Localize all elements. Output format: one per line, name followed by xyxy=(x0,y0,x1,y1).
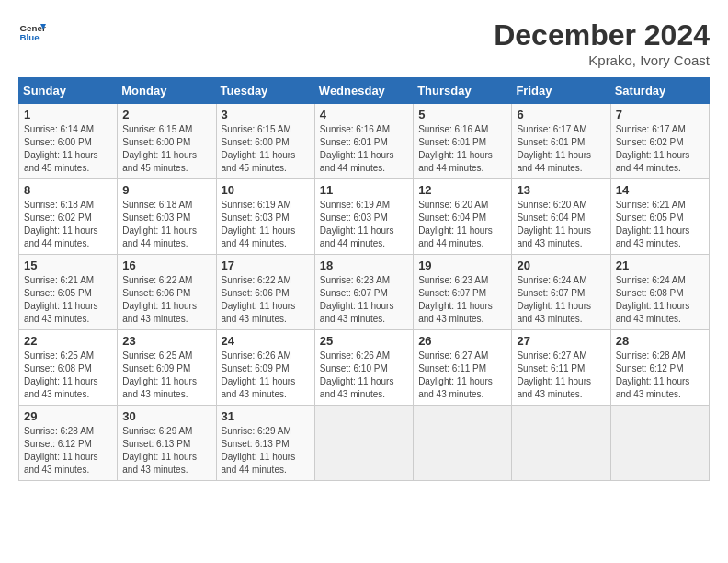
day-number: 13 xyxy=(517,183,605,197)
calendar-cell: 4Sunrise: 6:16 AMSunset: 6:01 PMDaylight… xyxy=(314,104,413,179)
calendar-cell: 26Sunrise: 6:27 AMSunset: 6:11 PMDayligh… xyxy=(414,330,512,406)
weekday-header: Thursday xyxy=(414,78,512,104)
day-info: Sunrise: 6:23 AMSunset: 6:07 PMDaylight:… xyxy=(320,274,408,326)
day-info: Sunrise: 6:20 AMSunset: 6:04 PMDaylight:… xyxy=(517,199,605,250)
day-number: 19 xyxy=(418,259,506,272)
calendar-cell: 15Sunrise: 6:21 AMSunset: 6:05 PMDayligh… xyxy=(19,255,118,330)
day-number: 16 xyxy=(122,259,210,272)
calendar-cell: 16Sunrise: 6:22 AMSunset: 6:06 PMDayligh… xyxy=(118,255,216,330)
day-info: Sunrise: 6:26 AMSunset: 6:09 PMDaylight:… xyxy=(222,350,310,401)
day-number: 5 xyxy=(418,108,506,121)
day-info: Sunrise: 6:24 AMSunset: 6:08 PMDaylight:… xyxy=(616,274,704,326)
calendar-cell: 18Sunrise: 6:23 AMSunset: 6:07 PMDayligh… xyxy=(314,255,413,330)
day-info: Sunrise: 6:17 AMSunset: 6:02 PMDaylight:… xyxy=(616,123,704,175)
calendar-cell: 1Sunrise: 6:14 AMSunset: 6:00 PMDaylight… xyxy=(19,104,118,179)
day-info: Sunrise: 6:18 AMSunset: 6:02 PMDaylight:… xyxy=(24,199,112,250)
calendar-week-row: 8Sunrise: 6:18 AMSunset: 6:02 PMDaylight… xyxy=(19,179,710,255)
calendar-table: SundayMondayTuesdayWednesdayThursdayFrid… xyxy=(18,77,710,481)
day-number: 20 xyxy=(517,259,605,272)
day-info: Sunrise: 6:26 AMSunset: 6:10 PMDaylight:… xyxy=(320,350,408,401)
day-number: 15 xyxy=(24,259,112,272)
calendar-cell: 2Sunrise: 6:15 AMSunset: 6:00 PMDaylight… xyxy=(118,104,216,179)
calendar-cell xyxy=(610,406,709,481)
day-info: Sunrise: 6:22 AMSunset: 6:06 PMDaylight:… xyxy=(122,274,210,326)
day-info: Sunrise: 6:17 AMSunset: 6:01 PMDaylight:… xyxy=(517,123,605,175)
day-number: 14 xyxy=(616,183,704,197)
calendar-cell xyxy=(512,406,610,481)
calendar-cell: 14Sunrise: 6:21 AMSunset: 6:05 PMDayligh… xyxy=(610,179,709,255)
calendar-cell: 21Sunrise: 6:24 AMSunset: 6:08 PMDayligh… xyxy=(610,255,709,330)
day-info: Sunrise: 6:25 AMSunset: 6:09 PMDaylight:… xyxy=(122,350,210,401)
month-title: December 2024 xyxy=(494,18,710,52)
day-info: Sunrise: 6:16 AMSunset: 6:01 PMDaylight:… xyxy=(418,123,506,175)
weekday-header: Wednesday xyxy=(314,78,413,104)
day-number: 12 xyxy=(418,183,506,197)
calendar-cell: 10Sunrise: 6:19 AMSunset: 6:03 PMDayligh… xyxy=(216,179,314,255)
calendar-cell: 27Sunrise: 6:27 AMSunset: 6:11 PMDayligh… xyxy=(512,330,610,406)
day-info: Sunrise: 6:28 AMSunset: 6:12 PMDaylight:… xyxy=(24,425,112,477)
weekday-header: Tuesday xyxy=(216,78,314,104)
calendar-cell: 22Sunrise: 6:25 AMSunset: 6:08 PMDayligh… xyxy=(19,330,118,406)
calendar-cell: 9Sunrise: 6:18 AMSunset: 6:03 PMDaylight… xyxy=(118,179,216,255)
day-info: Sunrise: 6:18 AMSunset: 6:03 PMDaylight:… xyxy=(122,199,210,250)
day-info: Sunrise: 6:22 AMSunset: 6:06 PMDaylight:… xyxy=(222,274,310,326)
calendar-week-row: 1Sunrise: 6:14 AMSunset: 6:00 PMDaylight… xyxy=(19,104,710,179)
day-info: Sunrise: 6:27 AMSunset: 6:11 PMDaylight:… xyxy=(517,350,605,401)
svg-text:Blue: Blue xyxy=(20,32,40,42)
day-number: 24 xyxy=(222,334,310,348)
day-number: 26 xyxy=(418,334,506,348)
day-info: Sunrise: 6:20 AMSunset: 6:04 PMDaylight:… xyxy=(418,199,506,250)
day-info: Sunrise: 6:21 AMSunset: 6:05 PMDaylight:… xyxy=(24,274,112,326)
day-number: 4 xyxy=(320,108,408,121)
day-number: 8 xyxy=(24,183,112,197)
day-number: 7 xyxy=(616,108,704,121)
calendar-cell: 25Sunrise: 6:26 AMSunset: 6:10 PMDayligh… xyxy=(314,330,413,406)
calendar-cell: 11Sunrise: 6:19 AMSunset: 6:03 PMDayligh… xyxy=(314,179,413,255)
calendar-week-row: 29Sunrise: 6:28 AMSunset: 6:12 PMDayligh… xyxy=(19,406,710,481)
calendar-cell: 19Sunrise: 6:23 AMSunset: 6:07 PMDayligh… xyxy=(414,255,512,330)
day-info: Sunrise: 6:29 AMSunset: 6:13 PMDaylight:… xyxy=(122,425,210,477)
day-number: 9 xyxy=(122,183,210,197)
day-info: Sunrise: 6:28 AMSunset: 6:12 PMDaylight:… xyxy=(616,350,704,401)
calendar-cell: 5Sunrise: 6:16 AMSunset: 6:01 PMDaylight… xyxy=(414,104,512,179)
day-number: 31 xyxy=(222,409,310,423)
day-number: 17 xyxy=(222,259,310,272)
day-number: 11 xyxy=(320,183,408,197)
day-number: 30 xyxy=(122,409,210,423)
logo-icon: General Blue xyxy=(18,18,46,46)
day-info: Sunrise: 6:15 AMSunset: 6:00 PMDaylight:… xyxy=(122,123,210,175)
calendar-cell: 29Sunrise: 6:28 AMSunset: 6:12 PMDayligh… xyxy=(19,406,118,481)
day-info: Sunrise: 6:27 AMSunset: 6:11 PMDaylight:… xyxy=(418,350,506,401)
day-info: Sunrise: 6:25 AMSunset: 6:08 PMDaylight:… xyxy=(24,350,112,401)
weekday-header: Friday xyxy=(512,78,610,104)
weekday-header: Sunday xyxy=(19,78,118,104)
page-header: General Blue December 2024 Kprako, Ivory… xyxy=(18,18,710,68)
calendar-cell: 17Sunrise: 6:22 AMSunset: 6:06 PMDayligh… xyxy=(216,255,314,330)
calendar-week-row: 22Sunrise: 6:25 AMSunset: 6:08 PMDayligh… xyxy=(19,330,710,406)
calendar-body: 1Sunrise: 6:14 AMSunset: 6:00 PMDaylight… xyxy=(19,104,710,481)
calendar-cell: 7Sunrise: 6:17 AMSunset: 6:02 PMDaylight… xyxy=(610,104,709,179)
day-info: Sunrise: 6:19 AMSunset: 6:03 PMDaylight:… xyxy=(222,199,310,250)
weekday-header: Monday xyxy=(118,78,216,104)
calendar-cell xyxy=(414,406,512,481)
calendar-cell: 6Sunrise: 6:17 AMSunset: 6:01 PMDaylight… xyxy=(512,104,610,179)
location: Kprako, Ivory Coast xyxy=(494,52,710,68)
day-number: 1 xyxy=(24,108,112,121)
calendar-cell xyxy=(314,406,413,481)
day-info: Sunrise: 6:15 AMSunset: 6:00 PMDaylight:… xyxy=(222,123,310,175)
calendar-cell: 20Sunrise: 6:24 AMSunset: 6:07 PMDayligh… xyxy=(512,255,610,330)
day-number: 2 xyxy=(122,108,210,121)
calendar-header: SundayMondayTuesdayWednesdayThursdayFrid… xyxy=(19,78,710,104)
day-number: 27 xyxy=(517,334,605,348)
day-info: Sunrise: 6:16 AMSunset: 6:01 PMDaylight:… xyxy=(320,123,408,175)
day-number: 6 xyxy=(517,108,605,121)
day-info: Sunrise: 6:21 AMSunset: 6:05 PMDaylight:… xyxy=(616,199,704,250)
logo: General Blue xyxy=(18,18,46,46)
calendar-cell: 30Sunrise: 6:29 AMSunset: 6:13 PMDayligh… xyxy=(118,406,216,481)
calendar-cell: 8Sunrise: 6:18 AMSunset: 6:02 PMDaylight… xyxy=(19,179,118,255)
calendar-cell: 31Sunrise: 6:29 AMSunset: 6:13 PMDayligh… xyxy=(216,406,314,481)
day-number: 18 xyxy=(320,259,408,272)
day-info: Sunrise: 6:29 AMSunset: 6:13 PMDaylight:… xyxy=(222,425,310,477)
title-block: December 2024 Kprako, Ivory Coast xyxy=(494,18,710,68)
calendar-cell: 12Sunrise: 6:20 AMSunset: 6:04 PMDayligh… xyxy=(414,179,512,255)
